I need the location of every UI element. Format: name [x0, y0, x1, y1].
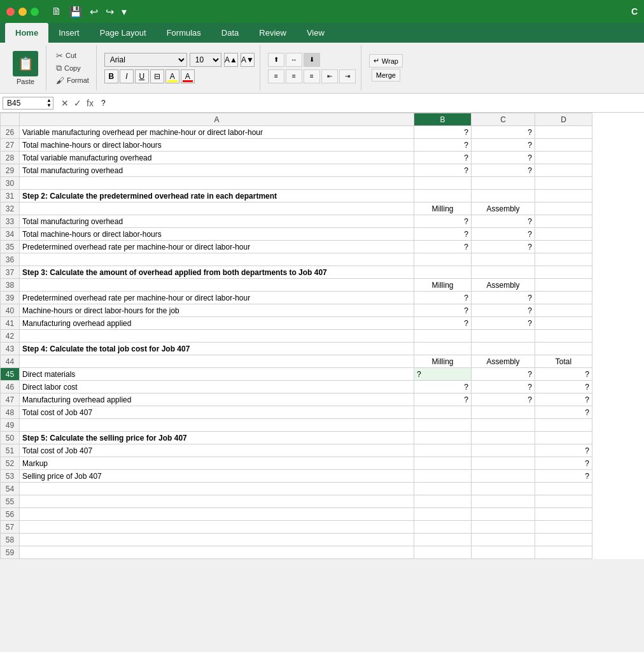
- font-shrink-button[interactable]: A▼: [241, 53, 255, 67]
- tab-data[interactable]: Data: [211, 23, 249, 43]
- cell-a-35[interactable]: Predetermined overhead rate per machine-…: [20, 241, 414, 253]
- tab-formulas[interactable]: Formulas: [157, 23, 211, 43]
- bold-button[interactable]: B: [104, 69, 118, 83]
- cell-b-38[interactable]: Milling: [414, 279, 472, 292]
- cell-b-41[interactable]: ?: [414, 317, 472, 330]
- cell-d-38[interactable]: [535, 279, 592, 292]
- cell-c-43[interactable]: [472, 343, 535, 355]
- cell-c-56[interactable]: [472, 508, 535, 521]
- cell-c-48[interactable]: [472, 406, 535, 419]
- cell-d-42[interactable]: [535, 330, 592, 343]
- cell-c-54[interactable]: [472, 483, 535, 495]
- cell-d-44[interactable]: Total: [535, 355, 592, 368]
- cell-a-55[interactable]: [20, 495, 414, 508]
- col-header-d[interactable]: D: [535, 113, 592, 126]
- cell-b-39[interactable]: ?: [414, 292, 472, 304]
- cancel-formula-icon[interactable]: ✕: [61, 98, 69, 108]
- tab-home[interactable]: Home: [5, 23, 48, 43]
- fill-color-button[interactable]: A: [165, 69, 179, 83]
- cell-b-48[interactable]: [414, 406, 472, 419]
- formula-input[interactable]: [101, 99, 641, 108]
- cell-c-36[interactable]: [472, 253, 535, 266]
- cell-a-49[interactable]: [20, 419, 414, 432]
- cell-d-28[interactable]: [535, 152, 592, 164]
- col-header-b[interactable]: B: [414, 113, 472, 126]
- cell-d-35[interactable]: [535, 241, 592, 253]
- cell-c-49[interactable]: [472, 419, 535, 432]
- cell-a-59[interactable]: [20, 546, 414, 559]
- cell-c-35[interactable]: ?: [472, 241, 535, 253]
- cell-b-40[interactable]: ?: [414, 304, 472, 317]
- cell-c-55[interactable]: [472, 495, 535, 508]
- cell-b-34[interactable]: ?: [414, 228, 472, 241]
- align-top-button[interactable]: ⬆: [268, 53, 284, 67]
- cell-a-57[interactable]: [20, 521, 414, 534]
- cell-d-52[interactable]: ?: [535, 457, 592, 470]
- font-grow-button[interactable]: A▲: [224, 53, 238, 67]
- cell-b-26[interactable]: ?: [414, 126, 472, 139]
- tab-view[interactable]: View: [297, 23, 335, 43]
- cell-d-40[interactable]: [535, 304, 592, 317]
- cell-d-47[interactable]: ?: [535, 393, 592, 406]
- cell-a-46[interactable]: Direct labor cost: [20, 381, 414, 393]
- align-right-button[interactable]: ≡: [304, 69, 320, 83]
- cell-b-33[interactable]: ?: [414, 215, 472, 228]
- cell-d-49[interactable]: [535, 419, 592, 432]
- cell-a-58[interactable]: [20, 534, 414, 546]
- cell-a-37[interactable]: Step 3: Calculate the amount of overhead…: [20, 266, 414, 279]
- cell-b-58[interactable]: [414, 534, 472, 546]
- font-family-select[interactable]: Arial: [104, 53, 187, 67]
- underline-button[interactable]: U: [135, 69, 149, 83]
- cell-c-40[interactable]: ?: [472, 304, 535, 317]
- cell-b-47[interactable]: ?: [414, 393, 472, 406]
- cell-c-41[interactable]: ?: [472, 317, 535, 330]
- cell-a-41[interactable]: Manufacturing overhead applied: [20, 317, 414, 330]
- cell-d-53[interactable]: ?: [535, 470, 592, 483]
- merge-button[interactable]: Merge: [372, 69, 400, 82]
- cell-a-28[interactable]: Total variable manufacturing overhead: [20, 152, 414, 164]
- cell-d-37[interactable]: [535, 266, 592, 279]
- confirm-formula-icon[interactable]: ✓: [74, 98, 81, 108]
- cell-a-32[interactable]: [20, 202, 414, 215]
- cell-b-56[interactable]: [414, 508, 472, 521]
- cell-c-38[interactable]: Assembly: [472, 279, 535, 292]
- cell-c-33[interactable]: ?: [472, 215, 535, 228]
- cell-c-53[interactable]: [472, 470, 535, 483]
- cell-a-39[interactable]: Predetermined overhead rate per machine-…: [20, 292, 414, 304]
- cell-d-30[interactable]: [535, 177, 592, 190]
- cell-c-39[interactable]: ?: [472, 292, 535, 304]
- cell-a-53[interactable]: Selling price of Job 407: [20, 470, 414, 483]
- cell-c-44[interactable]: Assembly: [472, 355, 535, 368]
- cell-a-54[interactable]: [20, 483, 414, 495]
- cell-c-45[interactable]: ?: [472, 368, 535, 381]
- cell-b-35[interactable]: ?: [414, 241, 472, 253]
- cell-d-34[interactable]: [535, 228, 592, 241]
- cell-c-37[interactable]: [472, 266, 535, 279]
- file-icon[interactable]: 🗎: [52, 6, 62, 18]
- cell-c-47[interactable]: ?: [472, 393, 535, 406]
- cell-a-47[interactable]: Manufacturing overhead applied: [20, 393, 414, 406]
- cell-a-52[interactable]: Markup: [20, 457, 414, 470]
- wrap-text-button[interactable]: ↵ Wrap: [369, 54, 403, 67]
- cell-c-58[interactable]: [472, 534, 535, 546]
- cell-c-30[interactable]: [472, 177, 535, 190]
- cell-b-49[interactable]: [414, 419, 472, 432]
- cell-c-34[interactable]: ?: [472, 228, 535, 241]
- paste-button[interactable]: 📋 Paste: [10, 48, 41, 88]
- cell-c-27[interactable]: ?: [472, 139, 535, 152]
- cell-d-54[interactable]: [535, 483, 592, 495]
- minimize-button[interactable]: [18, 8, 27, 16]
- cell-a-40[interactable]: Machine-hours or direct labor-hours for …: [20, 304, 414, 317]
- cell-b-36[interactable]: [414, 253, 472, 266]
- cell-b-50[interactable]: [414, 432, 472, 444]
- cell-b-37[interactable]: [414, 266, 472, 279]
- cell-c-52[interactable]: [472, 457, 535, 470]
- col-header-a[interactable]: A: [20, 113, 414, 126]
- cell-a-30[interactable]: [20, 177, 414, 190]
- cell-d-56[interactable]: [535, 508, 592, 521]
- cell-d-26[interactable]: [535, 126, 592, 139]
- cell-d-29[interactable]: [535, 164, 592, 177]
- tab-insert[interactable]: Insert: [48, 23, 90, 43]
- italic-button[interactable]: I: [120, 69, 134, 83]
- cell-a-44[interactable]: [20, 355, 414, 368]
